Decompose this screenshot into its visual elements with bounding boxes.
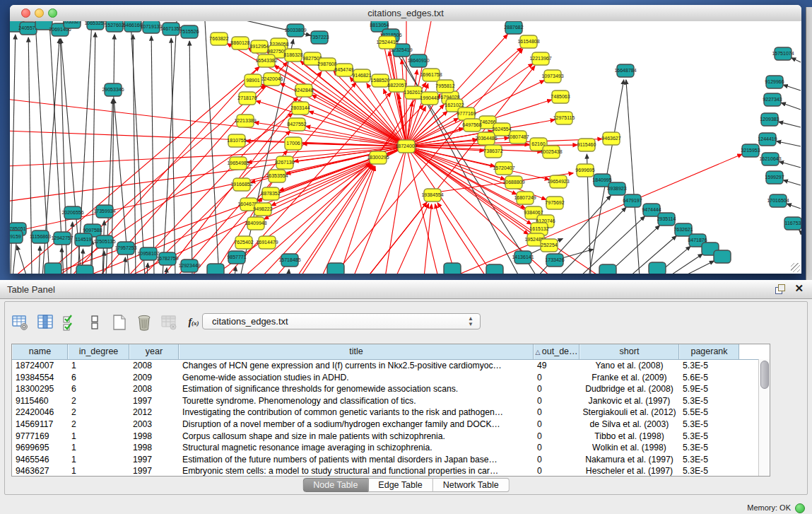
graph-node[interactable]: 12975115 (553, 112, 575, 124)
graph-node[interactable]: 20364486 (475, 132, 497, 145)
graph-node[interactable]: 12923448 (178, 259, 200, 272)
vertical-scrollbar[interactable] (758, 359, 770, 476)
graph-node[interactable]: 18724007 (395, 140, 417, 153)
graph-node[interactable]: 10807487 (507, 131, 529, 144)
graph-node[interactable]: 9242848 (294, 84, 313, 97)
graph-node[interactable]: 7515526 (180, 25, 199, 38)
graph-node[interactable]: 8860128 (230, 37, 249, 49)
graph-node[interactable]: 2803144 (290, 102, 310, 115)
graph-node[interactable]: 7357223 (310, 31, 329, 44)
column-header-name[interactable]: name (12, 344, 68, 359)
graph-node[interactable]: 19384554 (421, 189, 443, 201)
graph-node[interactable] (207, 264, 224, 274)
graph-node[interactable]: 18640910 (407, 54, 429, 67)
graph-node[interactable]: 10973493 (541, 70, 563, 83)
window-resize-grip[interactable] (791, 263, 800, 272)
graph-node[interactable]: 16807249 (514, 192, 536, 204)
graph-node[interactable]: 16154808 (517, 35, 539, 48)
graph-node[interactable] (599, 264, 616, 274)
graph-node[interactable]: 18409948 (245, 217, 266, 230)
graph-node[interactable]: 2718176 (237, 92, 257, 105)
graph-node[interactable] (649, 262, 666, 274)
graph-node[interactable]: 9463627 (601, 132, 620, 145)
graph-node[interactable]: 98901 (245, 74, 261, 87)
graph-node[interactable]: 8267130 (275, 156, 294, 169)
graph-node[interactable]: 16353554 (266, 170, 288, 182)
column-header-year[interactable]: year (129, 344, 179, 359)
table-column-icon[interactable] (35, 313, 55, 332)
table-row[interactable]: 969969511998Structural magnetic resonanc… (12, 442, 770, 454)
graph-node[interactable] (486, 264, 503, 274)
tab-node-table[interactable]: Node Table (302, 478, 368, 492)
graph-node[interactable]: 1990448 (420, 92, 439, 105)
tab-edge-table[interactable]: Edge Table (368, 478, 433, 492)
graph-node[interactable]: 16782759 (156, 252, 178, 265)
graph-node[interactable]: 114519 (75, 233, 92, 246)
close-panel-icon[interactable]: ✕ (794, 282, 804, 295)
graph-node[interactable]: 15751074 (772, 47, 794, 60)
float-panel-icon[interactable] (775, 284, 785, 294)
graph-node[interactable]: 8878352 (261, 187, 280, 200)
graph-node[interactable]: 7663822 (209, 33, 228, 45)
graph-node[interactable]: 16543382 (255, 54, 277, 67)
graph-node[interactable]: 15718485 (278, 254, 300, 267)
table-row[interactable]: 2242004622012Investigating the contribut… (12, 407, 770, 419)
column-header-pagerank[interactable]: pagerank (679, 344, 739, 359)
graph-node[interactable]: 8938923 (607, 182, 626, 195)
graph-node[interactable]: 14671355 (160, 23, 182, 35)
graph-node[interactable]: 2935114 (657, 213, 676, 226)
graph-node[interactable]: 16648784 (614, 64, 636, 77)
graph-node[interactable]: 39159 (10, 230, 23, 243)
graph-node[interactable]: 3215953 (741, 144, 760, 157)
table-row[interactable]: 1938455462009Genome-wide association stu… (12, 372, 770, 384)
table-row[interactable]: 946554611997Estimation of the future num… (12, 454, 770, 466)
graph-node[interactable]: 12213389 (234, 115, 256, 127)
graph-node[interactable]: 2887682 (504, 21, 523, 34)
table-row[interactable]: 911546021997Tourette syndrome. Phenomeno… (12, 395, 770, 407)
graph-node[interactable]: 1599297 (765, 171, 784, 184)
graph-node[interactable]: 1810755 (227, 134, 246, 147)
column-header-out_de[interactable]: △ out_de… (534, 344, 579, 359)
graph-node[interactable]: 9146821 (352, 69, 371, 82)
graph-node[interactable]: 9699695 (575, 164, 594, 177)
rows-icon[interactable] (85, 313, 105, 332)
graph-node[interactable]: 19654985 (227, 157, 249, 170)
graph-node[interactable]: 1527602 (105, 21, 124, 32)
network-view-window[interactable]: citations_edges.txt 18724007240557220691… (10, 5, 801, 274)
graph-node[interactable]: 1055327 (62, 21, 81, 28)
graph-node[interactable]: 16033809 (284, 24, 306, 37)
graph-node[interactable] (45, 263, 61, 274)
graph-node[interactable] (444, 263, 461, 274)
graph-node[interactable]: 16210643 (759, 153, 781, 165)
graph-node[interactable] (76, 265, 93, 274)
trash-icon[interactable] (134, 313, 154, 332)
graph-node[interactable]: 252254 (541, 239, 558, 252)
column-header-in_degree[interactable]: in_degree (68, 344, 129, 359)
graph-node[interactable] (714, 250, 731, 263)
scrollbar-thumb[interactable] (760, 361, 769, 389)
graph-node[interactable]: 9498222 (253, 203, 272, 216)
graph-node[interactable]: 17359934 (93, 205, 115, 218)
graph-node[interactable]: 7485063 (551, 90, 570, 103)
graph-node[interactable]: 7386372 (483, 145, 502, 158)
graph-node[interactable]: 17957253 (114, 242, 136, 255)
table-row[interactable]: 1456911722003Disruption of a novel membe… (12, 419, 770, 431)
table-settings-icon[interactable] (11, 313, 30, 332)
graph-node[interactable]: 6497568 (462, 119, 481, 132)
graph-node[interactable]: 16961758 (420, 69, 442, 81)
graph-node[interactable]: 10688809 (502, 176, 524, 189)
graph-node[interactable]: 15720407 (493, 162, 514, 175)
citation-network-graph[interactable]: 1872400724055722069140610553271065325715… (10, 21, 801, 274)
table-select-dropdown[interactable]: citations_edges.txt ▲▼ (202, 313, 481, 329)
graph-node[interactable]: 10653257 (84, 21, 106, 30)
graph-node[interactable]: 29053346 (102, 83, 124, 96)
graph-node[interactable]: 8186328 (283, 49, 302, 62)
table-panel-header[interactable]: Table Panel ✕ (0, 280, 812, 299)
network-graph-canvas[interactable]: 1872400724055722069140610553271065325715… (10, 21, 801, 274)
column-header-short[interactable]: short (579, 344, 679, 359)
memory-status-indicator[interactable] (795, 503, 805, 513)
graph-node[interactable]: 17006 (285, 137, 302, 150)
graph-node[interactable]: 116753 (784, 217, 801, 230)
graph-node[interactable]: 9857771 (227, 251, 246, 264)
tab-network-table[interactable]: Network Table (433, 478, 510, 492)
